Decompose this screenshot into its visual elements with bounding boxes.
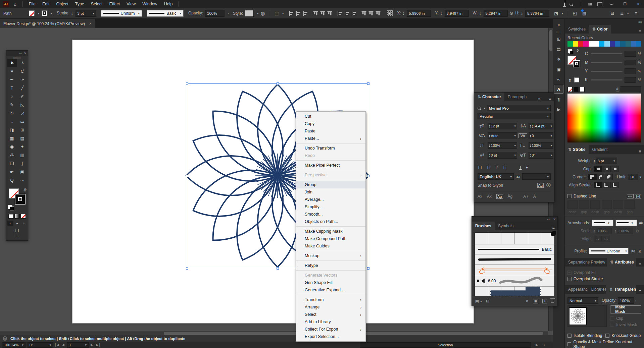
color-spectrum[interactable] (567, 94, 641, 142)
panel-menu-icon[interactable]: ≡ (636, 149, 644, 154)
notifications-bell-icon[interactable] (564, 2, 565, 6)
align-inside-button[interactable] (602, 182, 610, 188)
chevron-down-icon[interactable]: ▾ (627, 12, 629, 15)
reference-point-locator[interactable] (387, 10, 393, 16)
dashed-line-checkbox[interactable] (567, 194, 572, 198)
chevron-down-icon[interactable]: ▾ (257, 12, 259, 15)
draw-inside-mode[interactable]: ◓ (21, 221, 27, 226)
search-icon[interactable] (569, 3, 573, 6)
width-tool[interactable]: ↔ (7, 117, 17, 126)
recent-color-swatch[interactable] (610, 41, 615, 47)
type-tool[interactable]: T (7, 84, 17, 92)
selection-handle[interactable] (367, 175, 369, 177)
brush-item[interactable] (501, 233, 515, 244)
recolor-artwork-icon[interactable]: ◍ (261, 10, 265, 16)
toolbar-edit[interactable]: ⋯ (17, 176, 28, 184)
tab-gradient[interactable]: Gradient (589, 145, 611, 154)
context-item-collect-for-export[interactable]: Collect For Export› (296, 326, 365, 333)
zoom-level-dropdown[interactable]: 100.24%▾ (2, 342, 26, 348)
draw-behind-mode[interactable]: ◒ (14, 221, 20, 226)
align-right-icon[interactable] (303, 11, 308, 16)
k-slider[interactable] (591, 79, 623, 80)
tab-swatches[interactable]: Swatches (565, 25, 589, 34)
color-button[interactable] (8, 214, 14, 219)
edit-toolbar-icon[interactable]: ⋯ (6, 234, 28, 240)
tab-paragraph[interactable]: Paragraph (504, 93, 530, 101)
distribute-v-center-icon[interactable] (344, 11, 349, 16)
shaper-tool[interactable]: ∫ (17, 159, 28, 168)
h-label[interactable]: H: (515, 11, 519, 16)
selection-handle[interactable] (367, 82, 369, 85)
brush-item[interactable] (475, 233, 488, 244)
snap-glyph-icon[interactable]: Ag (537, 183, 544, 188)
profile-dropdown[interactable]: Uniform▾ (589, 248, 629, 254)
delete-brush-icon[interactable] (551, 299, 554, 303)
tab-color[interactable]: ⇅Color (589, 25, 611, 34)
language-dropdown[interactable]: English: UK▾ (478, 173, 514, 180)
omdks-checkbox[interactable] (567, 342, 571, 346)
gap-field[interactable] (602, 200, 612, 209)
recent-color-swatch[interactable] (594, 41, 599, 47)
dash-field[interactable] (590, 200, 600, 209)
pathfinder-panel-icon[interactable]: ❖ (554, 55, 563, 63)
stroke-weight-label[interactable]: Stroke: (57, 11, 69, 16)
type-style-2[interactable]: T¹ (495, 165, 499, 170)
blend-mode-dropdown[interactable]: Normal▾ (567, 297, 598, 304)
horizontal-scale-field[interactable]: ▴▾100%▾ (529, 142, 553, 149)
distribute-bottom-icon[interactable] (351, 11, 356, 16)
art-brush-row[interactable]: 6.00 (475, 275, 554, 287)
arrange-documents-icon[interactable] (597, 2, 602, 6)
rotation-dropdown[interactable]: 0°▾ (28, 342, 53, 348)
h-field[interactable]: 5.3764 in (525, 10, 549, 17)
selection-handle[interactable] (367, 267, 369, 270)
preserve-dash-icon[interactable]: ⌐¬ (627, 194, 634, 198)
basic-brush-row[interactable]: Basic (475, 244, 554, 254)
selection-handle[interactable] (277, 267, 279, 270)
dash-field[interactable] (613, 200, 623, 209)
knockout-group-checkbox[interactable] (605, 334, 609, 338)
distribute-top-icon[interactable] (337, 11, 342, 16)
gradient-tool[interactable]: ▤ (17, 134, 28, 142)
weight-stepper[interactable]: ▴▾ (594, 159, 595, 163)
round-join-button[interactable] (596, 174, 604, 180)
constrain-proportions-icon[interactable]: ⊘ (510, 11, 513, 16)
context-item-make-pixel-perfect[interactable]: Make Pixel Perfect (296, 162, 365, 169)
collapse-dock-icon[interactable]: »» (638, 20, 642, 24)
y-slider[interactable] (591, 71, 623, 72)
chevron-down-icon[interactable]: ▾ (561, 12, 563, 15)
expand-panel-icon[interactable]: » (536, 96, 543, 101)
illustrator-logo[interactable]: Ai (3, 1, 9, 7)
align-v-center-icon[interactable] (320, 11, 325, 16)
zoom-tool[interactable]: Q (7, 176, 17, 184)
gap-field[interactable] (579, 200, 589, 209)
k-value-field[interactable] (625, 77, 636, 83)
menu-edit[interactable]: Edit (39, 0, 53, 8)
brush-item[interactable] (488, 233, 502, 244)
vertical-scale-field[interactable]: ▴▾100%▾ (488, 142, 517, 149)
remove-brush-stroke-icon[interactable]: ✕ (526, 299, 529, 303)
decorative-arrow-brush-row[interactable] (475, 265, 554, 275)
context-item-export-selection[interactable]: Export Selection... (296, 333, 365, 340)
context-item-transform[interactable]: Transform› (296, 296, 365, 303)
context-item-join[interactable]: Join (296, 188, 365, 196)
recent-color-swatch[interactable] (583, 41, 589, 47)
hex-field[interactable] (621, 86, 641, 92)
x-field[interactable]: 5.9906 in (407, 10, 431, 17)
direct-selection-tool[interactable]: ➢ (17, 59, 28, 67)
swap-fill-stroke-icon[interactable]: ⇄ (575, 48, 580, 53)
recent-color-swatch[interactable] (567, 41, 573, 47)
w-field[interactable]: 5.2947 in (484, 10, 508, 17)
panel-menu-icon[interactable]: ≡ (549, 225, 557, 230)
font-search-icon[interactable] (478, 107, 481, 110)
collapse-icon[interactable]: ‹ (544, 343, 545, 347)
align-dash-icon[interactable]: [¬] (635, 194, 641, 198)
fill-color-swatch[interactable] (29, 10, 35, 16)
recent-color-swatch[interactable] (615, 41, 620, 47)
recent-color-swatch[interactable] (589, 41, 594, 47)
context-item-make-compound-path[interactable]: Make Compound Path (296, 235, 365, 242)
tab-transparency[interactable]: ⇅Transparency (606, 285, 636, 294)
type-style-3[interactable]: T₁ (503, 165, 506, 170)
context-item-objects-on-path[interactable]: Objects on Path... (296, 218, 365, 225)
align-top-icon[interactable] (313, 11, 318, 16)
y-stepper[interactable]: ▴▾ (441, 12, 442, 15)
